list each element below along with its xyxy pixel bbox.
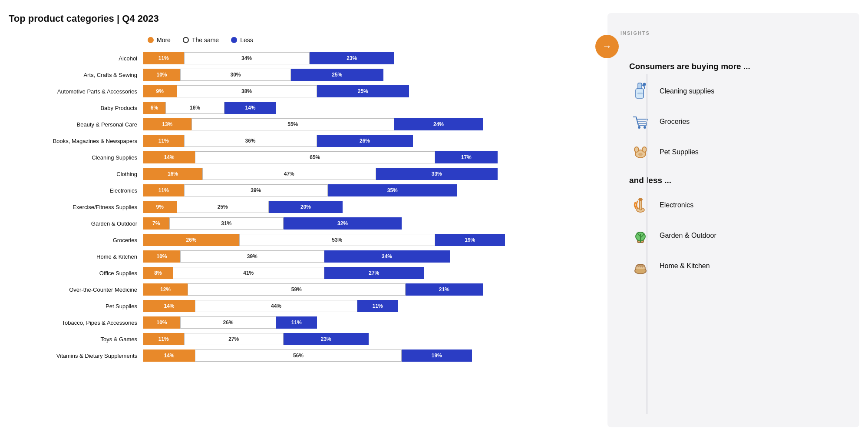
bar-container: 7%31%32% xyxy=(143,217,599,230)
legend: More The same Less xyxy=(9,37,599,43)
bar-same: 39% xyxy=(180,250,324,263)
insight-list-more: Cleaning suppliesGroceriesPet Supplies xyxy=(629,80,846,163)
svg-point-10 xyxy=(642,147,647,152)
svg-point-5 xyxy=(644,126,646,129)
chart-row: Clothing16%47%33% xyxy=(9,167,599,181)
bar-more: 14% xyxy=(143,349,195,362)
legend-less: Less xyxy=(231,37,253,43)
row-label: Books, Magazines & Newspapers xyxy=(9,138,143,144)
bar-more: 6% xyxy=(143,102,165,114)
bar-more: 26% xyxy=(143,234,239,246)
bar-container: 16%47%33% xyxy=(143,168,599,180)
legend-same-label: The same xyxy=(192,37,219,43)
bar-container: 10%30%25% xyxy=(143,69,599,81)
bar-container: 8%41%27% xyxy=(143,267,599,279)
svg-point-4 xyxy=(638,126,640,129)
row-label: Over-the-Counter Medicine xyxy=(9,286,143,293)
bar-same: 55% xyxy=(191,118,395,130)
row-label: Clothing xyxy=(9,171,143,177)
insight-icon xyxy=(629,194,652,216)
insight-item-more: Groceries xyxy=(629,110,846,133)
bar-same: 30% xyxy=(180,69,291,81)
row-label: Vitamins & Dietary Supplements xyxy=(9,353,143,359)
insight-icon xyxy=(629,141,652,163)
row-label: Electronics xyxy=(9,187,143,194)
page: Top product categories | Q4 2023 More Th… xyxy=(0,0,868,436)
legend-less-label: Less xyxy=(240,37,253,43)
legend-more-label: More xyxy=(157,37,171,43)
bar-less: 33% xyxy=(376,168,498,180)
bar-more: 14% xyxy=(143,151,195,163)
row-label: Garden & Outdoor xyxy=(9,220,143,227)
bar-container: 10%39%34% xyxy=(143,250,599,263)
bar-more: 9% xyxy=(143,201,177,213)
bar-less: 23% xyxy=(284,333,369,345)
bar-more: 8% xyxy=(143,267,173,279)
svg-point-2 xyxy=(643,83,646,86)
bar-same: 56% xyxy=(195,349,402,362)
insight-icon xyxy=(629,110,652,133)
chart-row: Tobacco, Pipes & Accessories10%26%11% xyxy=(9,316,599,329)
bar-less: 23% xyxy=(310,52,395,64)
row-label: Office Supplies xyxy=(9,270,143,276)
svg-point-18 xyxy=(635,268,646,274)
bar-container: 11%27%23% xyxy=(143,333,599,345)
insights-content: Consumers are buying more ... Cleaning s… xyxy=(620,62,846,277)
bar-same: 38% xyxy=(177,85,317,97)
chart-row: Groceries26%53%19% xyxy=(9,233,599,247)
arrow-circle: → xyxy=(595,35,619,58)
right-panel: → INSIGHTS Consumers are buying more ...… xyxy=(607,13,859,427)
insight-icon xyxy=(629,80,652,103)
bar-more: 14% xyxy=(143,300,195,312)
chart-row: Alcohol11%34%23% xyxy=(9,51,599,65)
bar-same: 41% xyxy=(173,267,324,279)
chart-row: Vitamins & Dietary Supplements14%56%19% xyxy=(9,349,599,363)
bar-less: 19% xyxy=(435,234,505,246)
bar-less: 11% xyxy=(357,300,398,312)
bar-same: 47% xyxy=(202,168,376,180)
chart-row: Exercise/Fitness Supplies9%25%20% xyxy=(9,200,599,214)
svg-rect-13 xyxy=(640,200,642,210)
bar-less: 25% xyxy=(317,85,409,97)
insight-item-more: Cleaning supplies xyxy=(629,80,846,103)
row-label: Beauty & Personal Care xyxy=(9,121,143,128)
chart-row: Beauty & Personal Care13%55%24% xyxy=(9,117,599,131)
chart-row: Pet Supplies14%44%11% xyxy=(9,299,599,313)
bar-more: 10% xyxy=(143,250,180,263)
chart-row: Home & Kitchen10%39%34% xyxy=(9,250,599,263)
bar-less: 14% xyxy=(224,102,276,114)
insight-icon: $$$ xyxy=(629,255,652,277)
bar-less: 19% xyxy=(402,349,472,362)
bar-less: 34% xyxy=(324,250,450,263)
chart-row: Baby Products6%16%14% xyxy=(9,101,599,115)
bar-more: 13% xyxy=(143,118,191,130)
insight-item-less: $$$Home & Kitchen xyxy=(629,255,846,277)
insights-label: INSIGHTS xyxy=(620,30,846,36)
bar-less: 27% xyxy=(324,267,424,279)
svg-text:$$$: $$$ xyxy=(637,264,644,268)
chart-row: Office Supplies8%41%27% xyxy=(9,266,599,280)
bar-same: 26% xyxy=(180,316,276,329)
chart-area: Alcohol11%34%23%Arts, Crafts & Sewing10%… xyxy=(9,51,599,363)
svg-point-11 xyxy=(638,153,643,156)
row-label: Toys & Games xyxy=(9,336,143,343)
row-label: Arts, Crafts & Sewing xyxy=(9,72,143,78)
bar-more: 9% xyxy=(143,85,177,97)
svg-point-9 xyxy=(634,147,639,152)
bar-less: 20% xyxy=(269,201,343,213)
bar-container: 14%65%17% xyxy=(143,151,599,163)
insight-item-name: Garden & Outdoor xyxy=(660,232,716,240)
chart-row: Over-the-Counter Medicine12%59%21% xyxy=(9,283,599,296)
chart-row: Arts, Crafts & Sewing10%30%25% xyxy=(9,68,599,82)
chart-row: Electronics11%39%35% xyxy=(9,183,599,197)
insight-item-name: Cleaning supplies xyxy=(660,87,714,95)
bar-container: 13%55%24% xyxy=(143,118,599,130)
bar-less: 26% xyxy=(317,135,413,147)
bar-same: 25% xyxy=(177,201,269,213)
chart-row: Automotive Parts & Accessories9%38%25% xyxy=(9,84,599,98)
svg-rect-3 xyxy=(637,93,643,94)
insight-heading-more: Consumers are buying more ... xyxy=(629,62,846,71)
bar-container: 10%26%11% xyxy=(143,316,599,329)
row-label: Tobacco, Pipes & Accessories xyxy=(9,320,143,326)
bar-container: 14%56%19% xyxy=(143,349,599,362)
